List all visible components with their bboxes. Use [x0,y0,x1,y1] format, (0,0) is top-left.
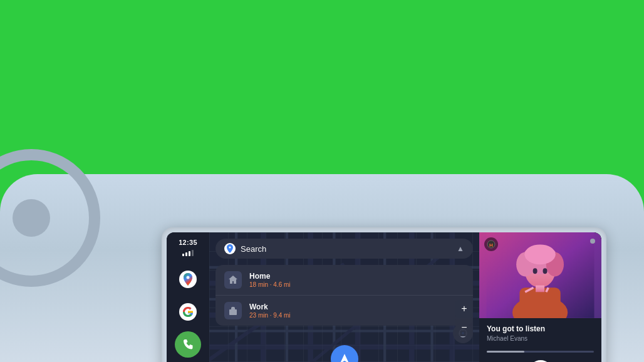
dashboard: 12:35 [0,174,644,362]
steering-wheel [0,149,100,287]
zoom-out-button[interactable]: − [455,319,473,336]
song-title: You got to listen [487,324,594,334]
car-interior: 12:35 [0,0,644,362]
chevron-up-icon[interactable]: ▲ [457,244,464,253]
music-controls [479,358,601,362]
home-destination[interactable]: Home 18 min · 4.6 mi [216,265,473,296]
home-detail: 18 min · 4.6 mi [249,281,291,288]
google-button[interactable] [175,299,201,325]
svg-point-55 [524,244,555,264]
svg-point-5 [187,276,190,279]
svg-rect-0 [182,254,184,256]
sidebar: 12:35 [167,232,209,362]
zoom-in-button[interactable]: + [455,300,473,318]
music-indicator-dot [590,239,595,244]
svg-point-56 [533,268,538,274]
music-info: You got to listen Michael Evans [479,318,601,346]
album-art: H [479,232,601,318]
work-info: Work 23 min · 9.4 mi [249,303,291,319]
time-display: 12:35 [179,239,197,246]
home-info: Home 18 min · 4.6 mi [249,272,291,288]
svg-rect-1 [185,252,187,256]
maps-pin-icon [224,243,236,254]
svg-rect-58 [536,286,544,292]
svg-rect-3 [192,250,194,256]
signal-icon [182,250,194,256]
status-area: 12:35 [179,239,197,256]
svg-text:H: H [489,242,493,248]
home-name: Home [249,272,291,281]
search-text: Search [241,244,452,254]
progress-bar[interactable] [487,351,594,353]
screen-bezel: 12:35 [162,227,606,362]
work-destination[interactable]: Work 23 min · 9.4 mi [216,296,473,326]
android-auto-screen: 12:35 [167,232,601,362]
home-icon [224,271,242,289]
svg-rect-2 [189,251,190,256]
work-detail: 23 min · 9.4 mi [249,312,291,319]
google-maps-button[interactable] [175,266,201,292]
headphone-icon: H [487,240,496,249]
map-zoom-controls: + − [455,300,473,336]
music-panel: H You got to listen Michael Evans [479,232,601,362]
svg-rect-40 [232,311,234,313]
destinations-panel: Home 18 min · 4.6 mi [216,265,473,326]
search-bar[interactable]: Search ▲ [216,239,473,259]
work-icon [224,302,242,319]
svg-point-57 [543,268,547,274]
svg-marker-47 [340,354,349,362]
song-artist: Michael Evans [487,335,594,342]
progress-fill [487,351,524,353]
phone-button[interactable] [175,331,201,358]
work-name: Work [249,303,291,311]
music-service-badge: H [484,237,498,251]
map-area[interactable]: Search ▲ Home [209,232,479,362]
